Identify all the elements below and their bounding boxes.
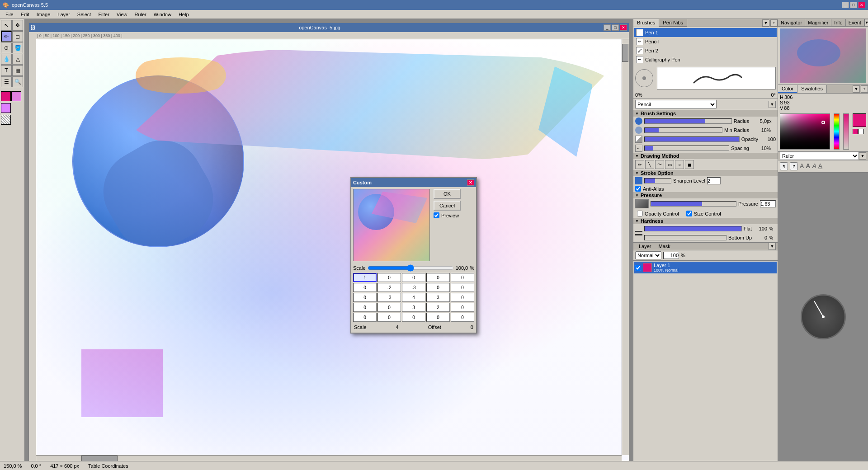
pattern-swatch[interactable]: [1, 115, 11, 125]
grid-cell-1-4[interactable]: 0: [451, 283, 474, 292]
color-alpha-slider[interactable]: [843, 113, 849, 150]
brush-settings-header[interactable]: Brush Settings: [633, 110, 778, 117]
menu-select[interactable]: Select: [74, 11, 95, 18]
canvas-maximize-btn[interactable]: □: [612, 24, 619, 31]
menu-image[interactable]: Image: [33, 11, 54, 18]
panel-new-icon[interactable]: +: [770, 19, 778, 27]
grid-cell-2-2[interactable]: 4: [402, 293, 425, 302]
grid-cell-3-1[interactable]: 0: [377, 303, 401, 312]
menu-edit[interactable]: Edit: [17, 11, 33, 18]
menu-file[interactable]: File: [2, 11, 17, 18]
grid-cell-0-2[interactable]: 0: [402, 273, 425, 282]
tab-color[interactable]: Color: [778, 85, 797, 93]
color-gradient-picker[interactable]: [780, 113, 830, 150]
hardness-header[interactable]: Hardness: [633, 218, 778, 224]
bottom-up-bar[interactable]: [644, 235, 726, 240]
tool-shape[interactable]: △: [12, 54, 23, 65]
grid-cell-0-4[interactable]: 0: [451, 273, 474, 282]
grid-cell-3-2[interactable]: 3: [402, 303, 425, 312]
layer-opacity-input[interactable]: [663, 252, 679, 259]
tool-fill[interactable]: 🪣: [12, 42, 23, 53]
ruler-btn-2[interactable]: ↱: [790, 162, 798, 170]
tab-event[interactable]: Event: [846, 19, 864, 26]
color-panel-icon[interactable]: ▼: [853, 85, 860, 93]
anti-alias-checkbox[interactable]: [635, 186, 641, 192]
ruler-dropdown[interactable]: Ruler: [780, 152, 859, 160]
menu-window[interactable]: Window: [150, 11, 175, 18]
ruler-panel-icon[interactable]: ▼: [859, 152, 866, 160]
grid-cell-3-4[interactable]: 0: [451, 303, 474, 312]
grid-cell-1-1[interactable]: -2: [377, 283, 401, 292]
size-control-checkbox[interactable]: [686, 211, 692, 216]
radius-bar[interactable]: [644, 118, 732, 124]
grid-cell-4-0[interactable]: 0: [353, 313, 377, 322]
brush-item-pen1[interactable]: 🖊 Pen 1: [634, 28, 777, 37]
tool-pen[interactable]: ✏: [1, 31, 12, 42]
canvas-scrollbar-vertical[interactable]: [622, 39, 629, 455]
flat-bar[interactable]: [644, 226, 742, 231]
grid-cell-2-3[interactable]: 3: [426, 293, 450, 302]
tab-brushes[interactable]: Brushes: [633, 19, 659, 27]
menu-view[interactable]: View: [113, 11, 131, 18]
dialog-cancel-button[interactable]: Cancel: [434, 201, 461, 211]
grid-cell-3-0[interactable]: 0: [353, 303, 377, 312]
dm-icon-circle[interactable]: ○: [675, 160, 684, 169]
current-color-display[interactable]: [1, 103, 11, 113]
maximize-button[interactable]: □: [850, 2, 857, 8]
grid-cell-2-0[interactable]: 0: [353, 293, 377, 302]
grid-cell-4-4[interactable]: 0: [451, 313, 474, 322]
dm-icon-bezier[interactable]: 〜: [655, 160, 664, 169]
menu-layer[interactable]: Layer: [54, 11, 74, 18]
dm-icon-pen[interactable]: ✏: [635, 160, 644, 169]
pressure-header[interactable]: Pressure: [633, 192, 778, 198]
canvas-close-btn[interactable]: ✕: [620, 24, 627, 31]
canvas-minimize-btn[interactable]: _: [604, 24, 611, 31]
pencil-panel-config-icon[interactable]: ▼: [769, 101, 776, 108]
pressure-bar[interactable]: [651, 201, 736, 207]
grid-cell-4-3[interactable]: 0: [426, 313, 450, 322]
minimize-button[interactable]: _: [842, 2, 849, 8]
artwork-canvas[interactable]: [36, 39, 629, 462]
tool-eyedropper[interactable]: 💧: [1, 54, 12, 65]
color-panel-add-icon[interactable]: +: [861, 85, 868, 93]
dialog-close-button[interactable]: ✕: [467, 179, 474, 186]
compass-dial[interactable]: [801, 294, 846, 339]
grid-cell-0-3[interactable]: 0: [426, 273, 450, 282]
secondary-color-swatch[interactable]: [11, 91, 21, 101]
grid-cell-3-3[interactable]: 2: [426, 303, 450, 312]
drawing-method-header[interactable]: Drawing Method: [633, 153, 778, 159]
tool-gradient[interactable]: ▦: [12, 65, 23, 76]
tab-layer[interactable]: Layer: [635, 243, 655, 250]
layer-panel-icon[interactable]: ▼: [769, 243, 776, 250]
opacity-control-checkbox[interactable]: [637, 211, 643, 216]
primary-color-swatch[interactable]: [1, 91, 11, 101]
grid-cell-1-2[interactable]: -3: [402, 283, 425, 292]
dm-icon-rect[interactable]: ▭: [665, 160, 674, 169]
menu-filter[interactable]: Filter: [94, 11, 113, 18]
tool-eraser[interactable]: ◻: [12, 31, 23, 42]
layer-item-1[interactable]: Layer 1 100% Normal: [634, 262, 777, 273]
tab-mask[interactable]: Mask: [655, 243, 674, 250]
dm-icon-fill[interactable]: ◼: [685, 160, 694, 169]
tool-pan[interactable]: ☰: [1, 76, 12, 87]
grid-cell-1-0[interactable]: 0: [353, 283, 377, 292]
pressure-value-input[interactable]: [760, 200, 776, 207]
min-radius-bar[interactable]: [644, 127, 722, 133]
foreground-color-swatch[interactable]: [853, 113, 866, 127]
grid-cell-4-2[interactable]: 0: [402, 313, 425, 322]
grid-cell-0-1[interactable]: 0: [377, 273, 401, 282]
dialog-ok-button[interactable]: OK: [434, 189, 461, 199]
stroke-option-header[interactable]: Stroke Option: [633, 170, 778, 176]
sharpen-bar[interactable]: [644, 178, 671, 183]
blend-mode-select[interactable]: Normal: [635, 251, 661, 259]
tool-lasso[interactable]: ⊙: [1, 42, 12, 53]
color-hue-slider[interactable]: [834, 113, 840, 150]
tool-move[interactable]: ✥: [12, 20, 23, 31]
tab-swatches[interactable]: Swatches: [797, 85, 827, 93]
color-option-2[interactable]: [859, 129, 864, 134]
menu-help[interactable]: Help: [175, 11, 193, 18]
panel-dropdown-icon[interactable]: ▼: [762, 19, 769, 27]
tab-magnifier[interactable]: Magnifier: [805, 19, 831, 26]
brush-item-pen2[interactable]: 🖊 Pen 2: [634, 46, 777, 55]
grid-cell-2-4[interactable]: 0: [451, 293, 474, 302]
